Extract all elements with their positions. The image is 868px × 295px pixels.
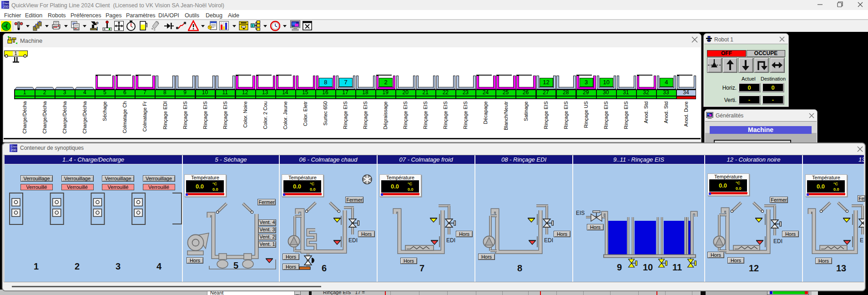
svg-text:o: o [96,20,99,25]
svg-text:I: I [96,26,98,31]
svg-text:Clien: Clien [11,145,17,148]
svg-text:200: 200 [3,5,9,8]
svg-text:200: 200 [11,148,16,152]
svg-text:Clien: Clien [3,2,9,5]
svg-text:!: ! [252,24,253,28]
